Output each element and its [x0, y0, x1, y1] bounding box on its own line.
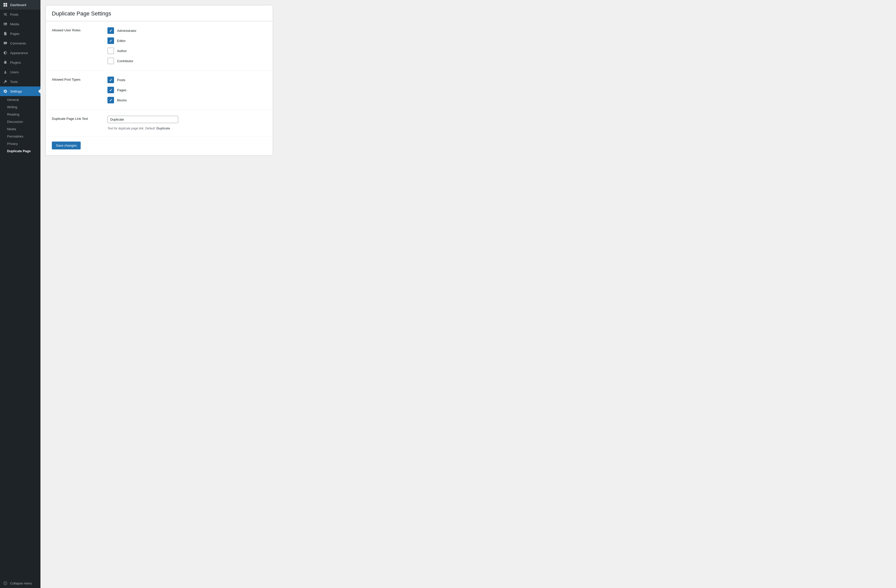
users-icon	[3, 70, 8, 74]
submenu-item-reading[interactable]: Reading	[0, 111, 40, 118]
sidebar-item-pages[interactable]: Pages	[0, 29, 40, 38]
submenu-item-media[interactable]: Media	[0, 125, 40, 133]
sidebar-item-dashboard[interactable]: Dashboard	[0, 0, 40, 10]
sidebar-item-users[interactable]: Users	[0, 67, 40, 77]
settings-submenu: General Writing Reading Discussion Media…	[0, 96, 40, 155]
svg-rect-2	[3, 5, 5, 6]
label-pages: Pages	[117, 88, 126, 92]
checkbox-administrator[interactable]	[107, 27, 114, 34]
submenu-item-writing[interactable]: Writing	[0, 104, 40, 111]
svg-point-10	[4, 582, 7, 585]
sidebar-item-media[interactable]: Media	[0, 19, 40, 29]
main-content: Duplicate Page Settings Allowed User Rol…	[40, 0, 896, 588]
user-roles-content: Administrator Editor Author Contributor	[107, 27, 267, 64]
checkbox-author[interactable]	[107, 47, 114, 54]
sidebar-settings-label: Settings	[10, 90, 22, 93]
user-roles-row: Allowed User Roles Administrator Editor …	[46, 21, 273, 70]
svg-rect-8	[4, 62, 6, 64]
svg-rect-0	[3, 3, 5, 5]
svg-rect-1	[6, 3, 7, 5]
posts-icon	[3, 12, 8, 17]
submenu-item-permalinks[interactable]: Permalinks	[0, 133, 40, 140]
link-text-content: Text for duplicate page link. Default: D…	[107, 116, 267, 130]
sidebar-item-comments[interactable]: Comments	[0, 38, 40, 48]
sidebar-item-plugins[interactable]: Plugins	[0, 58, 40, 67]
submenu-item-privacy[interactable]: Privacy	[0, 140, 40, 148]
comments-icon	[3, 41, 8, 46]
sidebar-dashboard-label: Dashboard	[10, 3, 26, 7]
dashboard-icon	[3, 3, 8, 7]
svg-rect-3	[6, 5, 7, 6]
svg-rect-6	[5, 61, 5, 62]
sidebar-posts-label: Posts	[10, 13, 18, 17]
label-administrator: Administrator	[117, 29, 137, 33]
link-text-row: Duplicate Page Link Text Text for duplic…	[46, 110, 273, 137]
checkbox-blocks[interactable]	[107, 97, 114, 104]
collapse-label: Collapse menu	[10, 582, 32, 585]
checkbox-posts[interactable]	[107, 76, 114, 83]
label-author: Author	[117, 49, 126, 53]
checkbox-pages-row: Pages	[107, 87, 267, 93]
sidebar-pages-label: Pages	[10, 32, 20, 36]
link-text-hint: Text for duplicate page link. Default: D…	[107, 126, 267, 130]
appearance-icon	[3, 50, 8, 55]
page-title: Duplicate Page Settings	[46, 5, 273, 21]
submenu-item-duplicate-page[interactable]: Duplicate Page	[0, 148, 40, 155]
sidebar-media-label: Media	[10, 22, 19, 26]
label-editor: Editor	[117, 39, 126, 43]
user-roles-label: Allowed User Roles	[52, 27, 107, 32]
link-text-input[interactable]	[107, 116, 178, 123]
post-types-label: Allowed Post Types	[52, 76, 107, 81]
checkbox-posts-row: Posts	[107, 76, 267, 83]
checkbox-administrator-row: Administrator	[107, 27, 267, 34]
label-contributor: Contributor	[117, 59, 133, 63]
label-blocks: Blocks	[117, 98, 126, 102]
sidebar-users-label: Users	[10, 70, 19, 74]
checkbox-contributor-row: Contributor	[107, 58, 267, 64]
sidebar-item-settings[interactable]: Settings	[0, 87, 40, 96]
settings-icon	[3, 89, 8, 93]
pages-icon	[3, 31, 8, 36]
sidebar-item-tools[interactable]: Tools	[0, 77, 40, 87]
checkbox-contributor[interactable]	[107, 58, 114, 64]
checkbox-editor-row: Editor	[107, 37, 267, 44]
svg-rect-7	[5, 61, 6, 62]
sidebar-item-posts[interactable]: Posts	[0, 10, 40, 19]
tools-icon	[3, 79, 8, 84]
checkbox-author-row: Author	[107, 47, 267, 54]
plugins-icon	[3, 60, 8, 65]
media-icon	[3, 22, 8, 26]
checkbox-blocks-row: Blocks	[107, 97, 267, 104]
submenu-item-discussion[interactable]: Discussion	[0, 118, 40, 125]
save-changes-button[interactable]: Save changes	[52, 142, 81, 149]
post-types-content: Posts Pages Blocks	[107, 76, 267, 104]
sidebar: Dashboard Posts Media Pages Comments App…	[0, 0, 40, 588]
checkbox-editor[interactable]	[107, 37, 114, 44]
sidebar-tools-label: Tools	[10, 80, 18, 84]
submenu-item-general[interactable]: General	[0, 96, 40, 104]
svg-point-9	[5, 71, 6, 72]
settings-panel: Duplicate Page Settings Allowed User Rol…	[46, 5, 273, 156]
sidebar-plugins-label: Plugins	[10, 61, 21, 64]
sidebar-item-appearance[interactable]: Appearance	[0, 48, 40, 58]
collapse-menu-button[interactable]: Collapse menu	[0, 578, 40, 588]
link-text-label: Duplicate Page Link Text	[52, 116, 107, 120]
sidebar-comments-label: Comments	[10, 41, 26, 45]
sidebar-appearance-label: Appearance	[10, 51, 28, 55]
checkbox-pages[interactable]	[107, 87, 114, 93]
label-posts: Posts	[117, 78, 125, 82]
collapse-icon	[3, 581, 8, 585]
post-types-row: Allowed Post Types Posts Pages Blocks	[46, 70, 273, 110]
save-row: Save changes	[46, 137, 273, 155]
